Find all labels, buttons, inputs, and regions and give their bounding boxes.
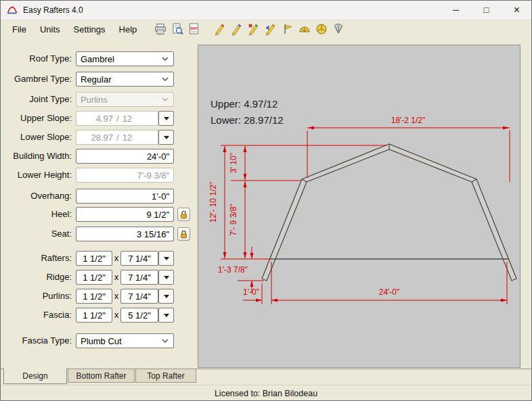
- chevron-down-icon: [162, 57, 169, 61]
- field-ridge: Ridge: x: [0, 270, 198, 286]
- field-fascia: Fascia: x: [0, 308, 198, 324]
- lower-height-input: [76, 168, 174, 183]
- protractor-icon: [298, 22, 311, 36]
- protractor-tool-button[interactable]: [297, 22, 312, 37]
- chevron-down-icon: [162, 339, 169, 343]
- upper-slope-input[interactable]: 4.97 / 12: [76, 111, 158, 126]
- draw-tool-4-button[interactable]: [263, 22, 278, 37]
- lower-slope-annotation: Lower: 28.97/12: [210, 114, 284, 126]
- fan-tool-button[interactable]: [331, 22, 346, 37]
- lock-icon: [180, 230, 187, 239]
- slope-separator: /: [113, 114, 123, 124]
- roof-type-value: Gambrel: [81, 54, 114, 64]
- rafters-width-input[interactable]: [76, 251, 112, 266]
- chevron-down-icon: [162, 77, 169, 81]
- fascia-type-label: Fascia Type:: [0, 333, 72, 348]
- gambrel-type-select[interactable]: Regular: [76, 72, 174, 87]
- field-seat: Seat:: [0, 227, 198, 243]
- svg-text:DXF: DXF: [191, 26, 198, 30]
- seat-label: Seat:: [0, 227, 72, 241]
- fascia-depth-input[interactable]: [120, 308, 158, 323]
- field-fascia-type: Fascia Type: Plumb Cut: [0, 333, 198, 350]
- tab-top-rafter[interactable]: Top Rafter: [135, 369, 196, 383]
- heel-lock-button[interactable]: [177, 208, 190, 221]
- menu-file[interactable]: File: [5, 22, 33, 37]
- upper-slope-dropdown-button[interactable]: [158, 111, 174, 126]
- fascia-label: Fascia:: [0, 308, 72, 323]
- fascia-type-select[interactable]: Plumb Cut: [76, 333, 174, 348]
- dim-total-rise: 12'- 10 1/2": [208, 182, 218, 223]
- pie-tool-button[interactable]: [314, 22, 329, 37]
- fan-icon: [332, 22, 345, 36]
- rafters-depth-input[interactable]: [120, 251, 158, 266]
- dim-upper-rise: 3' 10": [229, 153, 238, 173]
- upper-slope-label: Upper Slope:: [0, 111, 72, 126]
- purlins-depth-input[interactable]: [120, 289, 158, 304]
- field-gambrel-type: Gambrel Type: Regular: [0, 72, 198, 88]
- building-width-input[interactable]: [76, 149, 174, 164]
- fascia-size-dropdown-button[interactable]: [158, 308, 174, 323]
- roof-diagram: Upper: 4.97/12 Lower: 28.97/12: [198, 45, 520, 367]
- roof-outline: [262, 144, 516, 281]
- seat-input[interactable]: [76, 227, 174, 241]
- pie-icon: [315, 22, 328, 36]
- dropdown-arrow-icon: [164, 276, 169, 279]
- window-controls: ─ □ ×: [441, 0, 532, 20]
- seat-lock-button[interactable]: [177, 227, 190, 241]
- slope-separator: /: [113, 133, 123, 143]
- status-bar: Licensed to: Brian Bilodeau: [0, 385, 532, 401]
- fascia-width-input[interactable]: [76, 308, 112, 323]
- field-lower-height: Lower Height:: [0, 168, 198, 184]
- menu-units[interactable]: Units: [33, 22, 67, 37]
- draw-tool-2-button[interactable]: [229, 22, 244, 37]
- tab-design[interactable]: Design: [3, 369, 67, 384]
- maximize-button[interactable]: □: [471, 0, 502, 20]
- field-rafters: Rafters: x: [0, 251, 198, 267]
- export-dxf-button[interactable]: DXF: [187, 22, 202, 37]
- heel-input[interactable]: [76, 207, 174, 222]
- purlins-size-dropdown-button[interactable]: [158, 289, 174, 304]
- field-overhang: Overhang:: [0, 189, 198, 205]
- lock-icon: [180, 210, 187, 219]
- dxf-file-icon: DXF: [187, 22, 201, 36]
- dimension-x-separator: x: [112, 289, 120, 304]
- dimension-x-separator: x: [112, 270, 120, 285]
- ridge-width-input[interactable]: [76, 270, 112, 285]
- lower-slope-dropdown-button[interactable]: [158, 130, 174, 145]
- print-button[interactable]: [153, 22, 168, 37]
- draw-tool-3-button[interactable]: [246, 22, 261, 37]
- window-title: Easy Rafters 4.0: [23, 5, 83, 15]
- dim-lower-rise: 7'- 9 3/8": [229, 204, 238, 235]
- dropdown-arrow-icon: [164, 257, 169, 260]
- dimension-x-separator: x: [112, 308, 120, 323]
- printer-icon: [154, 22, 167, 36]
- lower-slope-input[interactable]: 28.97 / 12: [76, 130, 158, 145]
- menu-help[interactable]: Help: [112, 22, 144, 37]
- menu-settings[interactable]: Settings: [67, 22, 112, 37]
- minimize-button[interactable]: ─: [441, 0, 471, 20]
- tab-bottom-rafter[interactable]: Bottom Rafter: [68, 369, 135, 383]
- ridge-size-dropdown-button[interactable]: [158, 270, 174, 285]
- close-button[interactable]: ×: [502, 0, 532, 20]
- field-heel: Heel:: [0, 207, 198, 223]
- rafters-size-dropdown-button[interactable]: [158, 251, 174, 266]
- roof-type-select[interactable]: Gambrel: [76, 51, 174, 66]
- dim-tail-drop: 1'-3 7/8": [218, 265, 248, 275]
- overhang-input[interactable]: [76, 189, 174, 204]
- flag-tool-button[interactable]: [280, 22, 295, 37]
- drawing-area: Upper: 4.97/12 Lower: 28.97/12: [198, 45, 520, 368]
- flag-icon: [281, 22, 294, 36]
- purlins-width-input[interactable]: [76, 289, 112, 304]
- rafters-label: Rafters:: [0, 251, 72, 266]
- draw-tool-1-button[interactable]: [213, 22, 227, 37]
- license-text: Licensed to: Brian Bilodeau: [215, 389, 317, 398]
- ridge-depth-input[interactable]: [120, 270, 158, 285]
- fascia-type-value: Plumb Cut: [81, 336, 122, 346]
- gambrel-type-value: Regular: [81, 74, 112, 85]
- lower-slope-rise: 28.97: [87, 133, 113, 143]
- upper-slope-run: 12: [123, 114, 132, 124]
- overhang-label: Overhang:: [0, 189, 72, 204]
- lower-slope-label: Lower Slope:: [0, 130, 72, 145]
- print-preview-button[interactable]: [170, 22, 185, 37]
- dropdown-arrow-icon: [164, 295, 169, 298]
